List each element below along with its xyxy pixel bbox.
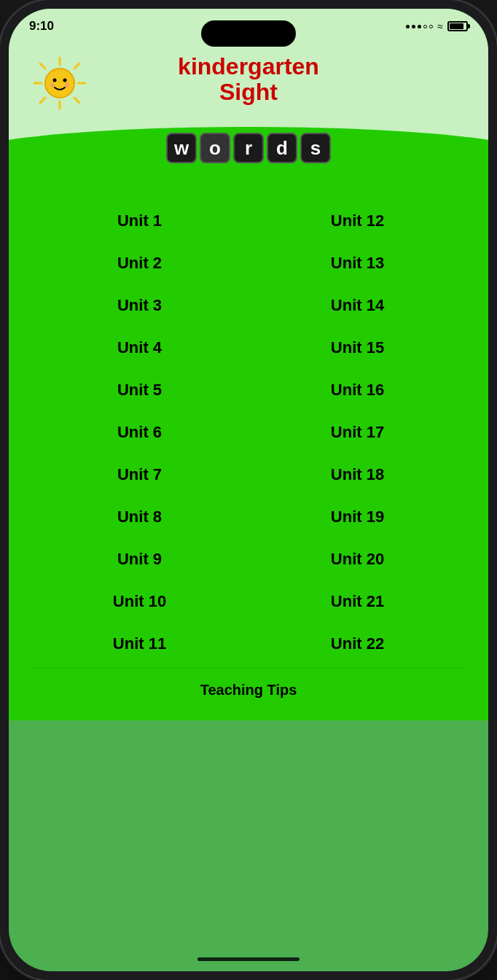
app-header: kindergarten Sight w o r d s: [9, 39, 488, 185]
unit-item-22[interactable]: Unit 22: [248, 623, 466, 665]
tile-o: o: [200, 133, 230, 163]
teaching-tips-section[interactable]: Teaching Tips: [31, 668, 466, 706]
tile-w: w: [166, 133, 197, 163]
unit-item-17[interactable]: Unit 17: [248, 411, 466, 454]
dynamic-island: [201, 20, 296, 47]
unit-item-19[interactable]: Unit 19: [248, 496, 466, 538]
title-line1: kindergarten: [23, 54, 474, 79]
app-content: Unit 1 Unit 12 Unit 2 Unit 13 Unit 3 Uni…: [9, 185, 488, 720]
unit-item-13[interactable]: Unit 13: [248, 242, 466, 284]
unit-item-10[interactable]: Unit 10: [31, 580, 248, 623]
unit-item-7[interactable]: Unit 7: [31, 454, 248, 496]
teaching-tips-label: Teaching Tips: [200, 682, 297, 698]
unit-item-20[interactable]: Unit 20: [248, 538, 466, 580]
unit-item-8[interactable]: Unit 8: [31, 496, 248, 538]
tile-r: r: [233, 133, 264, 163]
status-time: 9:10: [29, 19, 54, 34]
unit-item-15[interactable]: Unit 15: [248, 327, 466, 369]
unit-item-12[interactable]: Unit 12: [248, 200, 466, 242]
title-line2: Sight: [23, 79, 474, 105]
unit-item-21[interactable]: Unit 21: [248, 580, 466, 623]
unit-item-18[interactable]: Unit 18: [248, 454, 466, 496]
tile-d: d: [267, 133, 297, 163]
unit-item-16[interactable]: Unit 16: [248, 369, 466, 411]
signal-icon: [406, 25, 433, 28]
phone-screen: 9:10 ≈: [9, 9, 488, 971]
units-grid: Unit 1 Unit 12 Unit 2 Unit 13 Unit 3 Uni…: [31, 200, 466, 665]
battery-icon: [447, 21, 468, 31]
unit-item-9[interactable]: Unit 9: [31, 538, 248, 580]
phone-frame: 9:10 ≈: [0, 0, 497, 980]
status-icons: ≈: [406, 20, 468, 32]
unit-item-1[interactable]: Unit 1: [31, 200, 248, 242]
unit-item-5[interactable]: Unit 5: [31, 369, 248, 411]
unit-item-11[interactable]: Unit 11: [31, 623, 248, 665]
unit-item-4[interactable]: Unit 4: [31, 327, 248, 369]
words-tiles: w o r d s: [166, 133, 331, 163]
unit-item-3[interactable]: Unit 3: [31, 284, 248, 327]
app-title: kindergarten Sight: [23, 54, 474, 105]
unit-item-2[interactable]: Unit 2: [31, 242, 248, 284]
tile-s: s: [300, 133, 331, 163]
home-indicator: [197, 957, 300, 961]
wifi-icon: ≈: [437, 20, 443, 32]
unit-item-14[interactable]: Unit 14: [248, 284, 466, 327]
unit-item-6[interactable]: Unit 6: [31, 411, 248, 454]
